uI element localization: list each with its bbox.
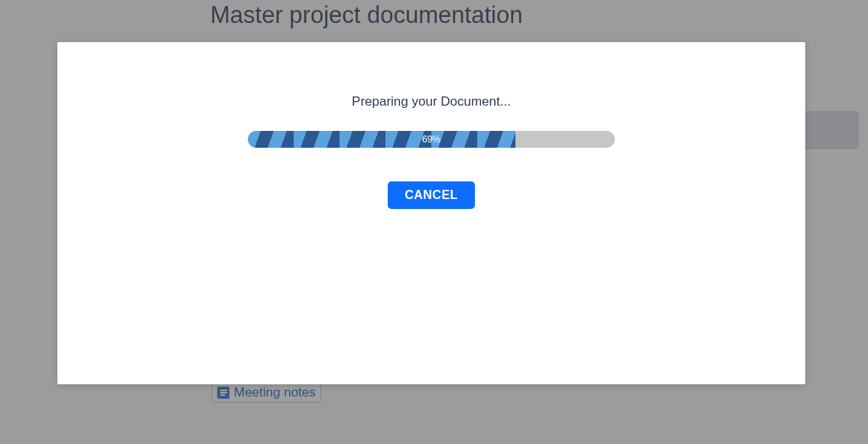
modal-message: Preparing your Document... bbox=[57, 94, 805, 109]
progress-bar-fill bbox=[248, 131, 515, 148]
cancel-button[interactable]: CANCEL bbox=[388, 181, 475, 209]
loading-modal: Preparing your Document... 69% CANCEL bbox=[57, 42, 805, 384]
progress-bar: 69% bbox=[248, 131, 615, 148]
